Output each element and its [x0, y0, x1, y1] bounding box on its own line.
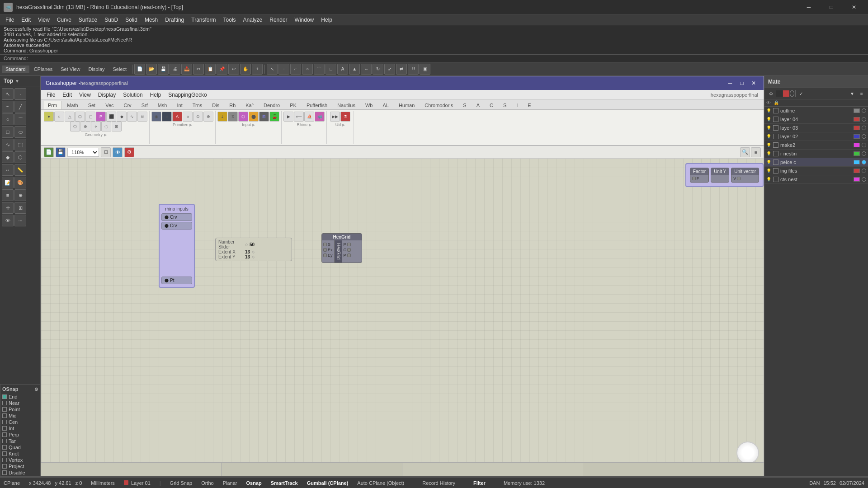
gh-geo-icon-2[interactable]: ○: [54, 112, 64, 122]
gh-menu-file[interactable]: File: [43, 91, 59, 99]
menu-transform[interactable]: Transform: [188, 16, 219, 24]
osnap-end[interactable]: End: [2, 394, 38, 400]
layer-item-04[interactable]: 💡 layer 04: [764, 115, 868, 124]
close-button[interactable]: ✕: [844, 0, 864, 14]
toolbar-move[interactable]: ↔: [361, 64, 372, 75]
gh-prim-icon-3[interactable]: A: [172, 112, 182, 122]
gh-tab-set[interactable]: Set: [83, 101, 101, 109]
menu-edit[interactable]: Edit: [18, 16, 34, 24]
rp-tool-1[interactable]: ⚙: [766, 89, 775, 98]
tool-more[interactable]: ···: [14, 215, 26, 226]
osnap-tan[interactable]: Tan: [2, 438, 38, 444]
status-gumball[interactable]: Gumball (CPlane): [307, 480, 349, 486]
gh-in-icon-4[interactable]: ⬤: [249, 112, 259, 122]
gh-tab-chromodoris[interactable]: Chromodoris: [420, 101, 458, 109]
tool-surface[interactable]: ⬚: [14, 139, 26, 150]
status-planar[interactable]: Planar: [223, 480, 237, 486]
navigator-circle[interactable]: [736, 441, 759, 464]
tool-visibility[interactable]: 👁: [2, 215, 14, 226]
gh-util-icon-1[interactable]: ▶▶: [330, 112, 340, 122]
tool-ellipse[interactable]: ⬭: [14, 126, 26, 138]
gh-tab-pufferfish[interactable]: Pufferfish: [302, 101, 332, 109]
gh-tab-e[interactable]: E: [523, 101, 536, 109]
tool-rect[interactable]: □: [2, 126, 14, 138]
gh-geo-icon-3[interactable]: △: [65, 112, 75, 122]
gh-maximize-button[interactable]: □: [736, 79, 747, 88]
rp-filter-icon[interactable]: ▼: [848, 89, 857, 98]
gh-geo-icon-10[interactable]: ≋: [137, 112, 147, 122]
toolbar-print[interactable]: 🖨: [170, 64, 180, 75]
toolbar-copy[interactable]: 📋: [205, 64, 216, 75]
toolbar-tab-display[interactable]: Display: [85, 66, 108, 73]
tool-point[interactable]: ·: [14, 88, 26, 100]
gh-tab-s2[interactable]: S: [498, 101, 511, 109]
rhino-input-crv1[interactable]: ⬤ Crv: [161, 213, 192, 221]
toolbar-tab-cplanes[interactable]: CPlanes: [30, 66, 57, 73]
gh-tab-msh[interactable]: Msh: [153, 101, 172, 109]
tool-circle[interactable]: ○: [2, 113, 14, 125]
osnap-disable[interactable]: Disable: [2, 469, 38, 476]
status-gridsnap[interactable]: Grid Snap: [170, 480, 193, 486]
tool-freeform[interactable]: ∿: [2, 139, 14, 150]
gh-tab-prm[interactable]: Prm: [43, 101, 62, 109]
rhino-input-pt[interactable]: ⬤ Pt: [161, 277, 192, 284]
toolbar-zoom[interactable]: +: [252, 64, 263, 75]
gh-prim-icon-1[interactable]: ◉: [151, 112, 161, 122]
gh-menu-display[interactable]: Display: [94, 91, 119, 99]
status-layer[interactable]: Layer 01: [124, 480, 151, 486]
osnap-vertex[interactable]: Vertex: [2, 457, 38, 463]
toolbar-mirror[interactable]: ⇌: [396, 64, 407, 75]
menu-subd[interactable]: SubD: [101, 16, 122, 24]
layer-item-files[interactable]: 💡 ing files: [764, 167, 868, 175]
menu-analyze[interactable]: Analyze: [240, 16, 266, 24]
minimize-button[interactable]: ─: [798, 0, 819, 14]
menu-render[interactable]: Render: [266, 16, 291, 24]
toolbar-polyline[interactable]: ⌐: [290, 64, 301, 75]
gh-in-icon-2[interactable]: ⧖: [228, 112, 238, 122]
tool-transform[interactable]: ↔: [2, 164, 14, 176]
menu-mesh[interactable]: Mesh: [141, 16, 161, 24]
osnap-knot[interactable]: Knot: [2, 450, 38, 457]
menu-view[interactable]: View: [34, 16, 53, 24]
gh-geo-icon-4[interactable]: ⬡: [75, 112, 85, 122]
gh-tab-dis[interactable]: Dis: [207, 101, 224, 109]
gh-menu-help[interactable]: Help: [146, 91, 165, 99]
tool-render[interactable]: 🎨: [14, 177, 26, 188]
status-cplane[interactable]: CPlane: [4, 480, 20, 486]
toolbar-save[interactable]: 💾: [158, 64, 169, 75]
gh-tab-rh[interactable]: Rh: [224, 101, 241, 109]
toolbar-rect[interactable]: □: [326, 64, 336, 75]
gh-tab-nautilus[interactable]: Nautilus: [332, 101, 360, 109]
gh-geo-icon-5[interactable]: ◻: [85, 112, 95, 122]
menu-curve[interactable]: Curve: [53, 16, 75, 24]
osnap-int[interactable]: Int: [2, 425, 38, 432]
gh-tab-s1[interactable]: S: [458, 101, 471, 109]
gh-in-icon-1[interactable]: ⤓: [217, 112, 227, 122]
toolbar-tab-setview[interactable]: Set View: [57, 66, 84, 73]
gh-in-icon-3[interactable]: ⬡: [238, 112, 248, 122]
gh-canvas[interactable]: rhino inputs ⬤ Crv ⬤ Crv ⬤: [41, 159, 764, 478]
menu-help[interactable]: Help: [317, 16, 336, 24]
toolbar-undo[interactable]: ↩: [228, 64, 239, 75]
toolbar-select[interactable]: ↖: [267, 64, 278, 75]
layer-item-outline[interactable]: 💡 outline: [764, 107, 868, 115]
gh-tab-int[interactable]: Int: [172, 101, 187, 109]
gh-tab-crv[interactable]: Crv: [119, 101, 137, 109]
gh-fit-btn[interactable]: ⊞: [101, 147, 111, 157]
tool-arc[interactable]: ⌒: [14, 113, 26, 125]
toolbar-scale[interactable]: ⤢: [384, 64, 395, 75]
gh-tab-human[interactable]: Human: [394, 101, 420, 109]
toolbar-circle[interactable]: ○: [302, 64, 313, 75]
toolbar-paste[interactable]: 📌: [217, 64, 227, 75]
tool-solid[interactable]: ◆: [2, 151, 14, 163]
toolbar-tab-select[interactable]: Select: [109, 66, 131, 73]
menu-file[interactable]: File: [2, 16, 18, 24]
osnap-project[interactable]: Project: [2, 463, 38, 469]
osnap-cen[interactable]: Cen: [2, 419, 38, 425]
tool-annotate[interactable]: 📝: [2, 177, 14, 188]
layer-item-make2[interactable]: 💡 make2: [764, 141, 868, 150]
gh-rh-icon-3[interactable]: ⛵: [304, 112, 314, 122]
gh-menu-solution[interactable]: Solution: [119, 91, 146, 99]
osnap-mid[interactable]: Mid: [2, 413, 38, 419]
layer-item-nestin[interactable]: 💡 r nestin: [764, 150, 868, 158]
